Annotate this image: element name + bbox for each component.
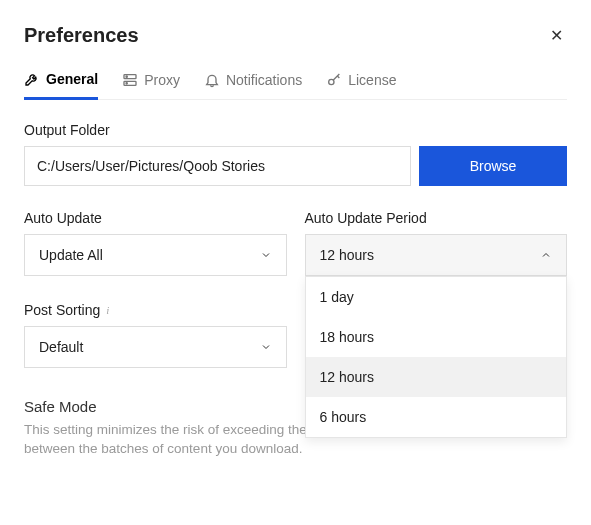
auto-update-select[interactable]: Update All (24, 234, 287, 276)
close-button[interactable]: ✕ (546, 22, 567, 49)
select-value: 12 hours (320, 247, 374, 263)
dropdown-option[interactable]: 6 hours (306, 397, 567, 437)
tab-proxy[interactable]: Proxy (122, 71, 180, 99)
auto-update-label: Auto Update (24, 210, 287, 226)
tab-label: License (348, 72, 396, 88)
dropdown-option[interactable]: 12 hours (306, 357, 567, 397)
wrench-icon (24, 71, 40, 87)
tab-general[interactable]: General (24, 71, 98, 100)
tab-label: Notifications (226, 72, 302, 88)
svg-point-2 (126, 76, 127, 77)
chevron-down-icon (260, 341, 272, 353)
output-folder-label: Output Folder (24, 122, 567, 138)
bell-icon (204, 72, 220, 88)
dropdown-option[interactable]: 18 hours (306, 317, 567, 357)
chevron-down-icon (260, 249, 272, 261)
svg-point-4 (329, 79, 334, 84)
auto-update-period-select[interactable]: 12 hours (305, 234, 568, 276)
browse-button[interactable]: Browse (419, 146, 567, 186)
key-icon (326, 72, 342, 88)
page-title: Preferences (24, 24, 139, 47)
tab-license[interactable]: License (326, 71, 396, 99)
tab-label: Proxy (144, 72, 180, 88)
output-folder-input[interactable] (24, 146, 411, 186)
svg-point-3 (126, 83, 127, 84)
post-sorting-label: Post Sorting i (24, 302, 287, 318)
post-sorting-label-text: Post Sorting (24, 302, 100, 318)
tab-label: General (46, 71, 98, 87)
select-value: Default (39, 339, 83, 355)
tab-bar: General Proxy Notifications License (24, 71, 567, 100)
auto-update-period-dropdown: 1 day 18 hours 12 hours 6 hours (305, 276, 568, 438)
info-icon[interactable]: i (106, 304, 109, 316)
post-sorting-select[interactable]: Default (24, 326, 287, 368)
close-icon: ✕ (550, 27, 563, 44)
tab-notifications[interactable]: Notifications (204, 71, 302, 99)
dropdown-option[interactable]: 1 day (306, 277, 567, 317)
server-icon (122, 72, 138, 88)
auto-update-period-label: Auto Update Period (305, 210, 568, 226)
chevron-up-icon (540, 249, 552, 261)
select-value: Update All (39, 247, 103, 263)
